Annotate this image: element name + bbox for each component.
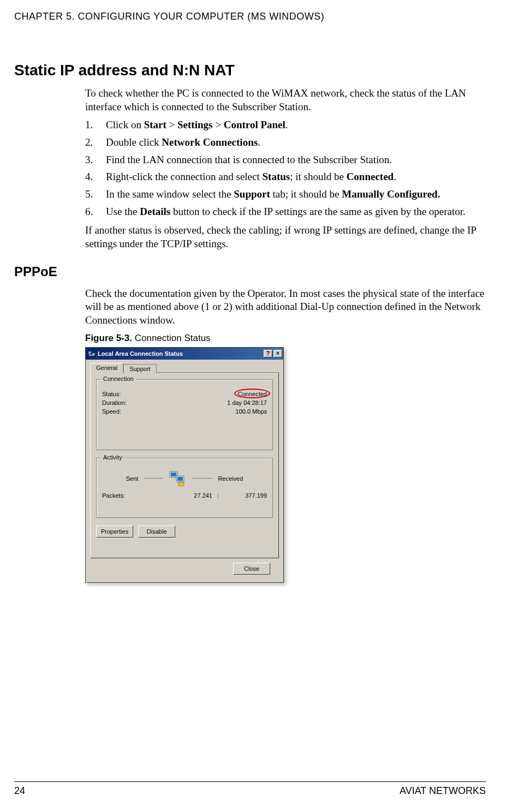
chapter-header: CHAPTER 5. CONFIGURING YOUR COMPUTER (MS… <box>14 11 486 22</box>
step-4: Right-click the connection and select St… <box>85 170 486 184</box>
bold-details: Details <box>140 206 170 217</box>
packets-sent-value: 27.241 <box>169 492 212 499</box>
text: Use the <box>106 206 140 217</box>
bold-status: Status <box>262 171 290 182</box>
close-button[interactable]: × <box>273 350 282 357</box>
text: Click on <box>106 119 144 130</box>
duration-value: 1 day 04:28:17 <box>227 399 267 406</box>
packets-label: Packets: <box>102 492 169 499</box>
step-6: Use the Details button to check if the I… <box>85 205 486 219</box>
bold-connected: Connected <box>347 171 394 182</box>
tab-support[interactable]: Support <box>123 364 157 373</box>
bold-manually-configured: Manually Configured. <box>342 188 440 200</box>
group-activity-legend: Activity <box>101 454 124 461</box>
duration-label: Duration: <box>102 399 127 406</box>
packets-separator: | <box>212 492 223 499</box>
text: Double click <box>106 136 162 148</box>
speed-value: 100.0 Mbps <box>236 408 267 415</box>
pppoe-paragraph: Check the documentation given by the Ope… <box>85 287 486 327</box>
status-label: Status: <box>102 391 121 397</box>
page-footer: 24 AVIAT NETWORKS <box>14 781 486 797</box>
titlebar-title: Local Area Connection Status <box>98 350 263 357</box>
svg-rect-6 <box>178 482 184 486</box>
text: > <box>166 119 177 130</box>
text: In the same window select the <box>106 188 234 200</box>
section-title-static-ip: Static IP address and N:N NAT <box>14 62 486 79</box>
speed-label: Speed: <box>102 408 121 415</box>
step-5: In the same window select the Support ta… <box>85 187 486 201</box>
text: button to check if the IP settings are t… <box>170 206 466 217</box>
svg-rect-0 <box>88 351 91 354</box>
svg-rect-5 <box>177 477 183 481</box>
connection-status-dialog: Local Area Connection Status ? × General… <box>85 347 284 583</box>
dialog-footer: Close <box>90 558 279 577</box>
page-number: 24 <box>14 785 25 797</box>
bold-settings: Settings <box>177 119 212 130</box>
tabs-row: General Support <box>90 363 279 373</box>
bold-start: Start <box>144 119 166 130</box>
tab-panel-general: Connection Status: Connected Duration: 1… <box>90 373 279 558</box>
text: ; it should be <box>290 171 346 182</box>
packets-received-value: 377.199 <box>223 492 267 499</box>
section-title-pppoe: PPPoE <box>14 264 486 279</box>
text: . <box>258 136 260 148</box>
status-value: Connected <box>238 391 267 397</box>
text: > <box>212 119 223 130</box>
text: . <box>285 119 288 130</box>
steps-list: Click on Start > Settings > Control Pane… <box>85 118 486 218</box>
network-icon <box>88 350 96 357</box>
figure-caption: Figure 5-3. Connection Status <box>85 333 486 344</box>
received-label: Received <box>218 475 243 482</box>
titlebar[interactable]: Local Area Connection Status ? × <box>86 348 283 360</box>
divider-line <box>144 478 163 479</box>
close-dialog-button[interactable]: Close <box>233 563 270 575</box>
sent-label: Sent <box>126 475 139 482</box>
divider-line <box>193 478 212 479</box>
figure-title: Connection Status <box>132 333 211 343</box>
closing-paragraph: If another status is observed, check the… <box>85 224 486 250</box>
panel-button-row: Properties Disable <box>96 526 273 538</box>
text: Right-click the connection and select <box>106 171 262 182</box>
intro-paragraph: To check whether the PC is connected to … <box>85 87 486 114</box>
step-3: Find the LAN connection that is connecte… <box>85 153 486 167</box>
group-connection: Connection Status: Connected Duration: 1… <box>96 379 273 450</box>
text: . <box>394 171 396 182</box>
step-1: Click on Start > Settings > Control Pane… <box>85 118 486 132</box>
group-activity: Activity Sent <box>96 458 273 518</box>
bold-network-connections: Network Connections <box>162 136 258 148</box>
text: tab; it should be <box>270 188 342 200</box>
brand-name: AVIAT NETWORKS <box>400 785 486 797</box>
bold-control-panel: Control Panel <box>224 119 285 130</box>
step-2: Double click Network Connections. <box>85 135 486 150</box>
disable-button[interactable]: Disable <box>138 526 175 538</box>
computers-icon <box>169 470 187 487</box>
svg-rect-3 <box>171 473 176 476</box>
tab-general[interactable]: General <box>90 363 123 373</box>
bold-support: Support <box>234 188 270 200</box>
group-connection-legend: Connection <box>101 375 136 382</box>
help-button[interactable]: ? <box>264 350 272 357</box>
properties-button[interactable]: Properties <box>96 526 133 538</box>
figure-label: Figure 5-3. <box>85 333 132 343</box>
